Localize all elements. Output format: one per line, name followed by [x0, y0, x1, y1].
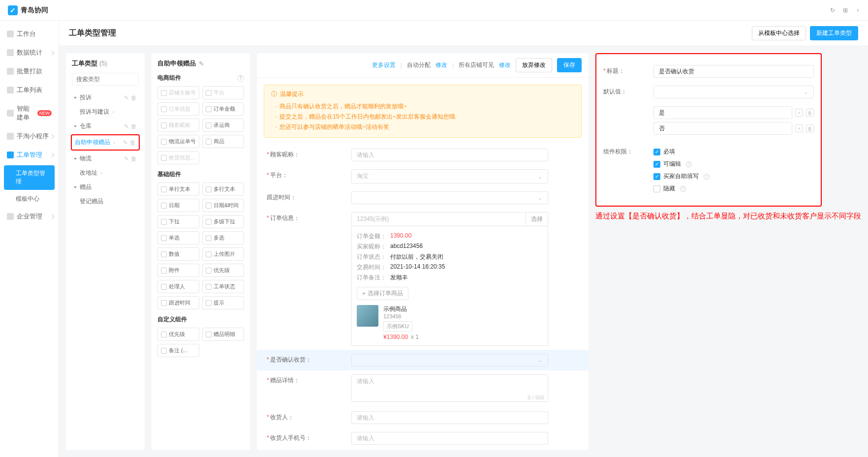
nav-miniapp[interactable]: 手淘小程序 — [0, 127, 59, 146]
component-chip[interactable]: 数值 — [157, 247, 199, 261]
discard-button[interactable]: 放弃修改 — [516, 58, 552, 72]
field-follow-time[interactable]: 跟进时间： ⌄ — [257, 187, 589, 208]
component-chip[interactable]: 平台 — [202, 86, 244, 99]
checkbox[interactable] — [653, 185, 660, 192]
component-chip[interactable]: 多级下拉 — [202, 215, 244, 228]
permission-item[interactable]: 可编辑? — [653, 158, 814, 170]
field-customer-nick[interactable]: *顾客昵称： — [257, 145, 589, 165]
gift-detail-textarea[interactable] — [351, 374, 548, 402]
component-chip[interactable]: 订单金额 — [202, 102, 244, 116]
field-confirm-receive[interactable]: *是否确认收货： ⌄ — [257, 350, 589, 370]
component-chip[interactable]: 物流运单号 — [157, 135, 199, 148]
prop-title-input[interactable] — [653, 65, 814, 78]
field-order-info[interactable]: *订单信息： 12345(示例)选择 订单金额：1390.00 买家昵称：abc… — [257, 208, 589, 350]
tree-item[interactable]: 自助申领赠品 ♀✎🗑 — [71, 134, 140, 151]
info-icon[interactable]: ? — [237, 75, 244, 82]
delete-icon[interactable]: 🗑 — [130, 139, 136, 146]
component-chip[interactable]: 多行文本 — [202, 183, 244, 196]
info-icon[interactable]: ? — [686, 161, 692, 167]
field-platform[interactable]: *平台： 淘宝⌄ — [257, 165, 589, 187]
field-receiver-phone[interactable]: *收货人手机号： — [257, 428, 589, 449]
delete-icon[interactable]: 🗑 — [131, 123, 137, 130]
component-chip[interactable]: 工单状态 — [202, 280, 244, 293]
component-chip[interactable]: 日期 — [157, 199, 199, 212]
platform-select[interactable]: 淘宝⌄ — [351, 169, 548, 183]
nav-smart-create[interactable]: 智能建单NEW — [0, 99, 59, 127]
type-search-input[interactable] — [72, 73, 139, 86]
order-select-button[interactable]: 选择 — [526, 213, 548, 226]
refresh-icon[interactable]: ↻ — [830, 7, 835, 14]
user-icon[interactable]: ♀ — [856, 7, 860, 14]
nav-workbench[interactable]: 工作台 — [0, 25, 59, 43]
tree-item[interactable]: 赠品 — [72, 180, 139, 194]
component-chip[interactable]: 优先级 — [202, 264, 244, 277]
nav-type-manage[interactable]: 工单类型管理 — [4, 165, 55, 190]
edit-icon[interactable]: ✎ — [124, 155, 129, 162]
modify-assign-link[interactable]: 修改 — [435, 61, 447, 69]
tree-item[interactable]: 改地址 ♀ — [72, 166, 139, 180]
modify-visible-link[interactable]: 修改 — [499, 61, 511, 69]
permission-item[interactable]: 隐藏? — [653, 183, 814, 195]
component-chip[interactable]: 处理人 — [157, 280, 199, 293]
nav-ticket-manage[interactable]: 工单管理 — [0, 146, 59, 164]
confirm-receive-select[interactable]: ⌄ — [351, 354, 548, 366]
save-button[interactable]: 保存 — [557, 58, 582, 72]
component-chip[interactable]: 下拉 — [157, 215, 199, 228]
option-input[interactable] — [653, 122, 792, 135]
add-product-button[interactable]: +选择订单商品 — [357, 287, 408, 300]
checkbox[interactable] — [653, 173, 660, 180]
edit-icon[interactable]: ✎ — [124, 94, 129, 101]
delete-icon[interactable]: 🗑 — [131, 94, 137, 101]
tree-item[interactable]: 登记赠品 — [72, 194, 139, 209]
nav-enterprise[interactable]: 企业管理 — [0, 207, 59, 226]
tree-item[interactable]: 仓库✎🗑 — [72, 119, 139, 133]
field-receiver[interactable]: *收货人： — [257, 407, 589, 428]
component-chip[interactable]: 单行文本 — [157, 183, 199, 196]
tree-item[interactable]: 投诉✎🗑 — [72, 91, 139, 105]
order-id-input[interactable]: 12345(示例)选择 — [351, 212, 548, 226]
from-template-button[interactable]: 从模板中心选择 — [752, 26, 806, 40]
component-chip[interactable]: 附件 — [157, 264, 199, 277]
create-type-button[interactable]: 新建工单类型 — [810, 26, 858, 40]
option-input[interactable] — [653, 106, 792, 119]
component-chip[interactable]: 商品 — [202, 135, 244, 148]
info-icon[interactable]: ? — [704, 174, 710, 180]
more-settings-link[interactable]: 更多设置 — [372, 61, 396, 69]
nav-template-center[interactable]: 模板中心 — [0, 191, 59, 207]
follow-time-select[interactable]: ⌄ — [351, 191, 548, 204]
receiver-input[interactable] — [351, 411, 548, 424]
component-chip[interactable]: 收货信息... — [157, 151, 199, 164]
checkbox[interactable] — [653, 149, 660, 155]
component-chip[interactable]: 上传图片 — [202, 247, 244, 261]
tree-item[interactable]: 物流✎🗑 — [72, 152, 139, 166]
info-icon[interactable]: ? — [680, 186, 686, 192]
component-chip[interactable]: 单选 — [157, 231, 199, 244]
edit-icon[interactable]: ✎ — [124, 123, 129, 130]
receiver-phone-input[interactable] — [351, 432, 548, 445]
customer-nick-input[interactable] — [351, 149, 548, 161]
checkbox[interactable] — [653, 161, 660, 168]
component-chip[interactable]: 优先级 — [157, 328, 199, 341]
component-chip[interactable]: 顾客昵称 — [157, 119, 199, 132]
field-gift-detail[interactable]: *赠品详情： 0 / 500 — [257, 370, 589, 407]
component-chip[interactable]: 提示 — [202, 296, 244, 309]
component-chip[interactable]: 承运商 — [202, 119, 244, 132]
edit-icon[interactable]: ✎ — [123, 139, 128, 146]
delete-option-icon[interactable]: 🗑 — [806, 124, 814, 132]
delete-option-icon[interactable]: 🗑 — [806, 109, 814, 117]
permission-item[interactable]: 买家自助填写? — [653, 170, 814, 183]
component-chip[interactable]: 日期&时间 — [202, 199, 244, 212]
default-value-select[interactable]: ⌄ — [653, 86, 814, 98]
component-chip[interactable]: 赠品明细 — [202, 328, 244, 341]
field-receiver-addr[interactable]: *收货人地址： — [257, 449, 589, 450]
edit-title-icon[interactable]: ✎ — [199, 60, 204, 67]
tree-item[interactable]: 投诉与建议 ♀ — [72, 105, 139, 119]
component-chip[interactable]: 订单信息 — [157, 102, 199, 116]
component-chip[interactable]: 店铺主账号 — [157, 86, 199, 99]
add-option-icon[interactable]: + — [795, 124, 803, 132]
add-option-icon[interactable]: + — [795, 109, 803, 117]
scan-icon[interactable]: ⊞ — [843, 7, 848, 14]
nav-batch-pay[interactable]: 批量打款 — [0, 62, 59, 81]
delete-icon[interactable]: 🗑 — [131, 155, 137, 162]
component-chip[interactable]: 跟进时间 — [157, 296, 199, 309]
